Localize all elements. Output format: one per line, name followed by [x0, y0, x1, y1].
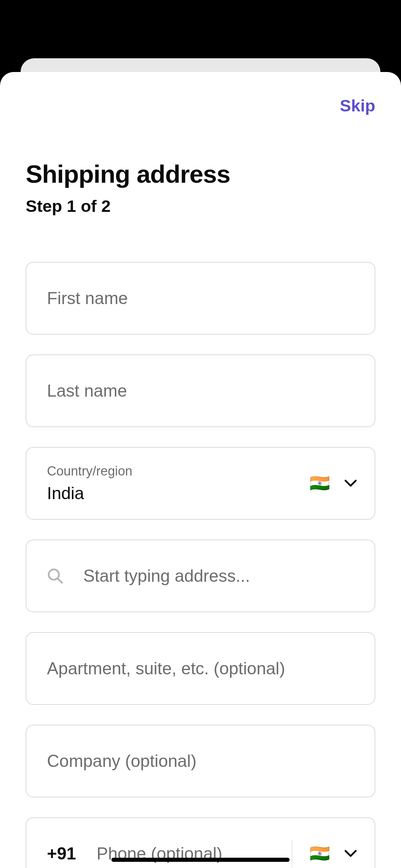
page-title: Shipping address — [26, 160, 375, 188]
skip-button[interactable]: Skip — [340, 96, 375, 115]
phone-divider — [292, 840, 292, 867]
phone-prefix: +91 — [47, 844, 76, 864]
last-name-field[interactable] — [26, 354, 375, 427]
form-sheet: Skip Shipping address Step 1 of 2 Countr… — [0, 72, 401, 868]
search-icon — [47, 568, 63, 584]
step-indicator: Step 1 of 2 — [26, 196, 375, 216]
apartment-field[interactable] — [26, 632, 375, 705]
header-row: Skip — [26, 96, 375, 115]
svg-line-1 — [58, 579, 62, 583]
home-indicator[interactable] — [111, 858, 290, 862]
apartment-input[interactable] — [47, 659, 354, 678]
address-field[interactable] — [26, 540, 375, 612]
company-input[interactable] — [47, 751, 354, 771]
country-field[interactable]: Country/region India 🇮🇳 — [26, 447, 375, 520]
phone-controls: 🇮🇳 — [309, 845, 357, 862]
last-name-input[interactable] — [47, 381, 354, 401]
company-field[interactable] — [26, 725, 375, 797]
country-value: India — [47, 483, 84, 503]
first-name-input[interactable] — [47, 288, 354, 308]
phone-flag-icon: 🇮🇳 — [309, 845, 330, 862]
country-label: Country/region — [47, 464, 132, 479]
first-name-field[interactable] — [26, 262, 375, 335]
chevron-down-icon[interactable] — [344, 477, 357, 490]
address-input[interactable] — [83, 566, 354, 586]
form-fields: Country/region India 🇮🇳 — [26, 262, 375, 868]
chevron-down-icon[interactable] — [344, 847, 357, 860]
country-controls: 🇮🇳 — [309, 475, 357, 492]
country-flag-icon: 🇮🇳 — [309, 475, 330, 492]
